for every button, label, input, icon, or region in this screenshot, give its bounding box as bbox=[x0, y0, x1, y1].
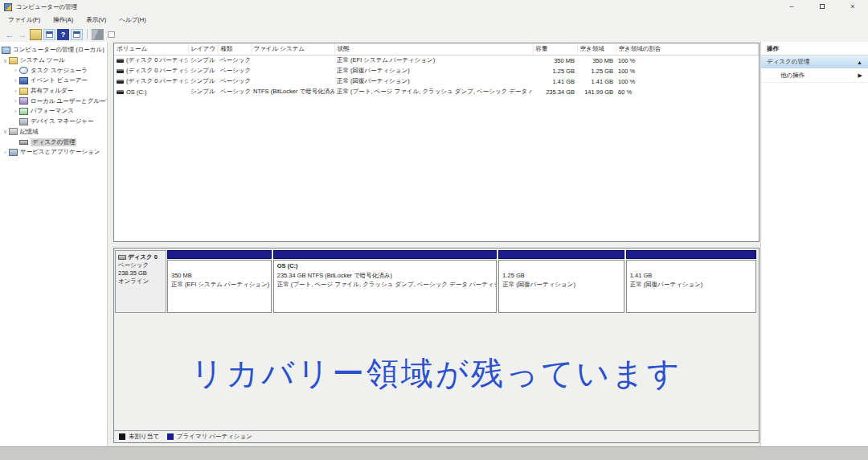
window-title: コンピューターの管理 bbox=[16, 3, 776, 11]
main-area: コンピューターの管理 (ローカル) ∨ システム ツール › タスク スケジュー… bbox=[0, 42, 868, 446]
layout-cell: シンプル bbox=[188, 55, 218, 66]
sidebar-item-storage[interactable]: ∨ 記憶域 bbox=[0, 127, 107, 138]
partition-os-c[interactable]: OS (C:) 235.34 GB NTFS (BitLocker で暗号化済み… bbox=[273, 250, 497, 313]
tool-icon[interactable] bbox=[92, 29, 104, 40]
sidebar-item-disk-management[interactable]: ディスクの管理 bbox=[0, 137, 107, 147]
minimize-button[interactable]: – bbox=[776, 0, 807, 14]
column-layout[interactable]: レイアウト bbox=[188, 43, 218, 55]
actions-group-disk-management[interactable]: ディスクの管理 ▲ bbox=[761, 55, 868, 69]
computer-management-window: コンピューターの管理 – × ファイル(F) 操作(A) 表示(V) ヘルプ(H… bbox=[0, 0, 868, 447]
disk-name: ディスク 0 bbox=[128, 253, 158, 261]
expander-icon[interactable]: › bbox=[12, 108, 19, 115]
sidebar-item-system-tools[interactable]: ∨ システム ツール bbox=[0, 55, 107, 66]
expander-icon[interactable]: ∨ bbox=[2, 57, 9, 64]
free-percent-cell: 100 % bbox=[616, 55, 759, 66]
expander-icon[interactable]: › bbox=[12, 77, 19, 84]
legend-label: 未割り当て bbox=[129, 433, 159, 441]
column-type[interactable]: 種類 bbox=[218, 43, 251, 55]
actions-title: 操作 bbox=[761, 42, 868, 55]
task-scheduler-icon bbox=[19, 67, 28, 74]
column-filesystem[interactable]: ファイル システム bbox=[251, 43, 334, 55]
sidebar-item-task-scheduler[interactable]: › タスク スケジューラ bbox=[0, 65, 107, 76]
sidebar-item-local-users-groups[interactable]: › ローカル ユーザーとグループ bbox=[0, 96, 107, 106]
sidebar-item-label: ディスクの管理 bbox=[31, 138, 76, 146]
table-row[interactable]: (ディスク 0 パーティション 5) シンプル ベーシック 正常 (回復パーティ… bbox=[114, 76, 759, 87]
status-cell: 正常 (回復パーティション) bbox=[334, 76, 533, 87]
computer-management-icon bbox=[4, 3, 12, 11]
sidebar-item-label: 記憶域 bbox=[20, 128, 39, 136]
expander-icon[interactable]: › bbox=[12, 88, 19, 95]
sidebar-item-computer-management-root[interactable]: コンピューターの管理 (ローカル) bbox=[0, 45, 107, 55]
partition-size: 350 MB bbox=[171, 271, 268, 281]
volume-table: ボリューム レイアウト 種類 ファイル システム 状態 容量 空き領域 空き領域… bbox=[114, 43, 759, 97]
partition-efi[interactable]: 350 MB 正常 (EFI システム パーティション) bbox=[167, 250, 272, 313]
filesystem-cell: NTFS (BitLocker で暗号化済み) bbox=[251, 87, 334, 97]
window-pane-icon[interactable] bbox=[105, 29, 117, 40]
partition-name bbox=[502, 261, 620, 271]
expander-icon[interactable]: › bbox=[12, 67, 19, 74]
restore-icon bbox=[820, 4, 825, 9]
menu-help[interactable]: ヘルプ(H) bbox=[113, 14, 152, 26]
partition-body[interactable]: OS (C:) 235.34 GB NTFS (BitLocker で暗号化済み… bbox=[273, 260, 497, 313]
column-status[interactable]: 状態 bbox=[334, 43, 533, 55]
close-button[interactable]: × bbox=[837, 0, 868, 14]
services-icon bbox=[9, 149, 18, 156]
partition-color-bar bbox=[498, 250, 624, 259]
help-icon[interactable]: ? bbox=[57, 29, 69, 40]
partition-recovery-1[interactable]: 1.25 GB 正常 (回復パーティション) bbox=[498, 250, 624, 313]
type-cell: ベーシック bbox=[218, 76, 251, 87]
partition-recovery-2[interactable]: 1.41 GB 正常 (回復パーティション) bbox=[626, 250, 756, 313]
free-percent-cell: 100 % bbox=[616, 76, 759, 87]
table-row[interactable]: OS (C:) シンプル ベーシック NTFS (BitLocker で暗号化済… bbox=[114, 87, 759, 97]
computer-icon bbox=[2, 47, 10, 54]
disk-management-icon bbox=[19, 140, 28, 145]
sidebar-item-performance[interactable]: › パフォーマンス bbox=[0, 106, 107, 117]
sidebar-item-device-manager[interactable]: デバイス マネージャー bbox=[0, 117, 107, 127]
sidebar-item-shared-folders[interactable]: › 共有フォルダー bbox=[0, 86, 107, 97]
console-window-icon[interactable] bbox=[43, 29, 55, 40]
sidebar-item-label: パフォーマンス bbox=[31, 107, 74, 115]
disk-type: ベーシック bbox=[118, 261, 163, 269]
collapse-arrow-icon[interactable]: ▲ bbox=[857, 60, 862, 65]
show-console-tree-icon[interactable] bbox=[30, 29, 42, 40]
event-viewer-icon bbox=[19, 77, 28, 84]
performance-icon bbox=[19, 108, 28, 115]
forward-icon[interactable]: → bbox=[16, 30, 29, 39]
disk-0-info-box[interactable]: ディスク 0 ベーシック 238.35 GB オンライン bbox=[115, 250, 166, 313]
console-tree: コンピューターの管理 (ローカル) ∨ システム ツール › タスク スケジュー… bbox=[0, 42, 108, 446]
menu-view[interactable]: 表示(V) bbox=[80, 14, 113, 26]
column-free-percent[interactable]: 空き領域の割合 bbox=[616, 43, 759, 55]
partition-color-bar bbox=[626, 250, 756, 259]
restore-button[interactable] bbox=[807, 0, 837, 14]
show-action-pane-icon[interactable] bbox=[71, 29, 83, 40]
capacity-cell: 350 MB bbox=[533, 55, 577, 66]
capacity-cell: 235.34 GB bbox=[533, 87, 577, 97]
sidebar-item-services-applications[interactable]: › サービスとアプリケーション bbox=[0, 147, 107, 158]
legend-label: プライマリ パーティション bbox=[177, 433, 252, 441]
menu-file[interactable]: ファイル(F) bbox=[2, 14, 47, 26]
column-capacity[interactable]: 容量 bbox=[533, 43, 577, 55]
type-cell: ベーシック bbox=[218, 66, 251, 76]
expander-icon[interactable]: ∨ bbox=[2, 128, 9, 135]
column-free[interactable]: 空き領域 bbox=[577, 43, 616, 55]
expander-icon[interactable]: › bbox=[2, 149, 9, 156]
partition-body[interactable]: 350 MB 正常 (EFI システム パーティション) bbox=[167, 260, 272, 313]
legend-primary-partition: プライマリ パーティション bbox=[167, 433, 252, 441]
table-row[interactable]: (ディスク 0 パーティション 4) シンプル ベーシック 正常 (回復パーティ… bbox=[114, 66, 759, 76]
back-icon[interactable]: ← bbox=[3, 30, 16, 39]
table-row[interactable]: (ディスク 0 パーティション 1) シンプル ベーシック 正常 (EFI シス… bbox=[114, 55, 759, 66]
expander-icon[interactable]: › bbox=[12, 97, 19, 105]
partition-name bbox=[630, 261, 752, 271]
partition-body[interactable]: 1.25 GB 正常 (回復パーティション) bbox=[498, 260, 624, 313]
status-cell: 正常 (EFI システム パーティション) bbox=[334, 55, 533, 66]
type-cell: ベーシック bbox=[218, 55, 251, 66]
partition-body[interactable]: 1.41 GB 正常 (回復パーティション) bbox=[626, 260, 756, 313]
column-volume[interactable]: ボリューム bbox=[114, 43, 188, 55]
actions-more-actions[interactable]: 他の操作 ▶ bbox=[761, 69, 868, 83]
volume-list-panel: ボリューム レイアウト 種類 ファイル システム 状態 容量 空き領域 空き領域… bbox=[113, 43, 760, 242]
sidebar-item-event-viewer[interactable]: › イベント ビューアー bbox=[0, 76, 107, 86]
partition-status: 正常 (EFI システム パーティション) bbox=[171, 280, 268, 290]
disk-0-row: ディスク 0 ベーシック 238.35 GB オンライン 350 MB 正常 (… bbox=[115, 250, 756, 313]
sidebar-item-label: システム ツール bbox=[20, 56, 65, 64]
menu-action[interactable]: 操作(A) bbox=[47, 14, 80, 26]
